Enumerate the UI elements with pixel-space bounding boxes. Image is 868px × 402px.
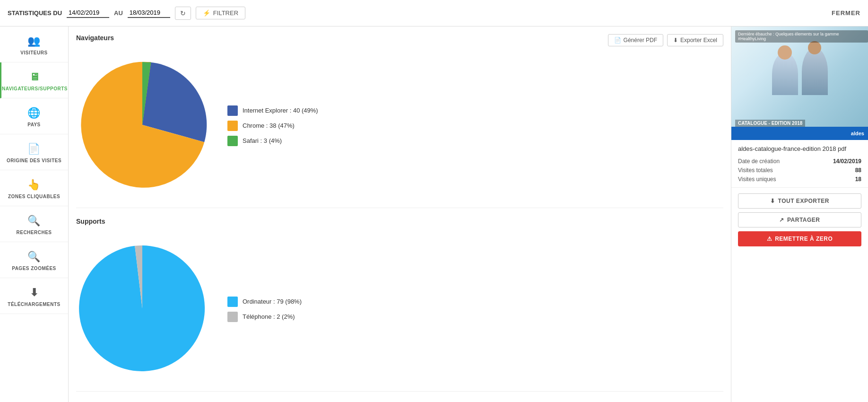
filter-button[interactable]: ⚡ FILTRER [196, 7, 245, 19]
telechargements-icon: ⬇ [30, 287, 39, 299]
sidebar-item-recherches[interactable]: 🔍 RECHERCHES [0, 206, 68, 242]
sidebar-item-pays[interactable]: 🌐 PAYS [0, 98, 68, 134]
browsers-legend: Internet Explorer : 40 (49%) Chrome : 38… [227, 105, 318, 146]
browsers-chart-header: Navigateurs 📄 Générer PDF ⬇ Exporter Exc… [76, 34, 723, 47]
supports-section: Supports Ordinateur : 79 (98%) [76, 218, 723, 392]
reset-label: REMETTRE À ZERO [775, 236, 833, 242]
creation-date-label: Date de création [738, 158, 780, 165]
catalog-title: aldes-catalogue-france-edition 2018 pdf [738, 145, 861, 153]
visites-totales-row: Visites totales 88 [738, 167, 861, 174]
sidebar-item-telechargements-label: TÉLÉCHARGEMENTS [8, 302, 60, 307]
filter-icon: ⚡ [203, 9, 210, 17]
sidebar-item-origine[interactable]: 📄 ORIGINE DES VISITES [0, 134, 68, 170]
browsers-pie [76, 59, 208, 192]
export-excel-button[interactable]: ⬇ Exporter Excel [667, 34, 723, 46]
sidebar-item-visiteurs-label: VISITEURS [20, 50, 47, 55]
pays-icon: 🌐 [27, 107, 41, 119]
date-from-input[interactable] [67, 8, 109, 18]
pdf-icon: 📄 [614, 37, 621, 44]
sidebar-item-navigateurs-label: NAVIGATEURS/SUPPORTS [2, 86, 68, 91]
visites-totales-label: Visites totales [738, 167, 773, 174]
supports-title: Supports [76, 218, 105, 225]
legend-item-ordinateur: Ordinateur : 79 (98%) [227, 297, 302, 307]
legend-item-safari: Safari : 3 (4%) [227, 136, 318, 146]
share-button[interactable]: ↗ PARTAGER [738, 212, 861, 227]
sidebar-item-pages-label: PAGES ZOOMÉES [12, 266, 56, 271]
sidebar-item-navigateurs[interactable]: 🖥 NAVIGATEURS/SUPPORTS [0, 62, 68, 98]
fermer-button[interactable]: FERMER [832, 9, 860, 17]
chrome-color [227, 121, 238, 131]
creation-date-value: 14/02/2019 [833, 158, 861, 165]
catalog-brand: aldes [851, 131, 864, 136]
supports-chart-header: Supports [76, 218, 723, 231]
browsers-title: Navigateurs [76, 34, 114, 42]
visites-uniques-value: 18 [855, 176, 861, 183]
legend-item-chrome: Chrome : 38 (47%) [227, 121, 318, 131]
visites-totales-value: 88 [855, 167, 861, 174]
header-au-label: AU [114, 9, 123, 17]
catalog-image: Dernière ébauche : Quelques élements sur… [731, 26, 868, 140]
catalog-info: aldes-catalogue-france-edition 2018 pdf … [731, 140, 868, 188]
panel-actions: ⬇ TOUT EXPORTER ↗ PARTAGER ⚠ REMETTRE À … [731, 188, 868, 252]
reset-icon: ⚠ [767, 236, 773, 242]
main-layout: 👥 VISITEURS 🖥 NAVIGATEURS/SUPPORTS 🌐 PAY… [0, 26, 868, 402]
safari-label: Safari : 3 (4%) [243, 137, 282, 144]
generate-pdf-button[interactable]: 📄 Générer PDF [608, 34, 663, 46]
chrome-label: Chrome : 38 (47%) [243, 122, 295, 129]
content-area: Navigateurs 📄 Générer PDF ⬇ Exporter Exc… [69, 26, 731, 402]
ie-color [227, 105, 238, 116]
browsers-chart-container: Internet Explorer : 40 (49%) Chrome : 38… [76, 51, 723, 200]
navigateurs-icon: 🖥 [29, 71, 40, 83]
excel-icon: ⬇ [673, 37, 678, 44]
browsers-actions: 📄 Générer PDF ⬇ Exporter Excel [608, 34, 723, 46]
ordinateur-label: Ordinateur : 79 (98%) [243, 298, 302, 305]
catalog-subtitle: CATALOGUE - EDITION 2018 [735, 120, 805, 127]
visites-uniques-row: Visites uniques 18 [738, 176, 861, 183]
share-icon: ↗ [779, 217, 784, 223]
ordinateur-color [227, 297, 238, 307]
reset-button[interactable]: ⚠ REMETTRE À ZERO [738, 231, 861, 246]
sidebar-item-pays-label: PAYS [27, 122, 41, 127]
ie-label: Internet Explorer : 40 (49%) [243, 107, 318, 114]
share-label: PARTAGER [787, 217, 820, 223]
sidebar-item-origine-label: ORIGINE DES VISITES [7, 158, 61, 163]
supports-chart-container: Ordinateur : 79 (98%) Téléphone : 2 (2%) [76, 235, 723, 384]
sidebar-item-pages[interactable]: 🔍 PAGES ZOOMÉES [0, 242, 68, 278]
creation-date-row: Date de création 14/02/2019 [738, 158, 861, 165]
header-title: STATISTIQUES DU [8, 9, 62, 17]
safari-color [227, 136, 238, 146]
filter-label: FILTRER [213, 9, 238, 17]
sidebar-item-telechargements[interactable]: ⬇ TÉLÉCHARGEMENTS [0, 278, 68, 314]
sidebar: 👥 VISITEURS 🖥 NAVIGATEURS/SUPPORTS 🌐 PAY… [0, 26, 69, 402]
export-all-icon: ⬇ [770, 198, 775, 204]
catalog-desc: Dernière ébauche : Quelques élements sur… [735, 30, 868, 43]
date-to-input[interactable] [128, 8, 170, 18]
right-panel: Dernière ébauche : Quelques élements sur… [731, 26, 868, 402]
catalog-meta: Date de création 14/02/2019 Visites tota… [738, 158, 861, 183]
sidebar-item-visiteurs[interactable]: 👥 VISITEURS [0, 26, 68, 62]
legend-item-telephone: Téléphone : 2 (2%) [227, 312, 302, 322]
header: STATISTIQUES DU AU ↻ ⚡ FILTRER FERMER [0, 0, 868, 26]
visites-uniques-label: Visites uniques [738, 176, 776, 183]
export-all-label: TOUT EXPORTER [778, 198, 829, 204]
recherches-icon: 🔍 [27, 215, 41, 227]
export-excel-label: Exporter Excel [680, 37, 717, 44]
telephone-label: Téléphone : 2 (2%) [243, 313, 295, 320]
zones-icon: 👆 [27, 179, 41, 191]
legend-item-ie: Internet Explorer : 40 (49%) [227, 105, 318, 116]
telephone-color [227, 312, 238, 322]
sidebar-item-recherches-label: RECHERCHES [16, 230, 52, 235]
sidebar-item-zones-label: ZONES CLIQUABLES [8, 194, 60, 199]
visiteurs-icon: 👥 [27, 35, 41, 47]
pages-icon: 🔍 [27, 251, 41, 263]
sidebar-item-zones[interactable]: 👆 ZONES CLIQUABLES [0, 170, 68, 206]
origine-icon: 📄 [27, 143, 41, 155]
supports-pie [76, 242, 208, 376]
refresh-button[interactable]: ↻ [175, 7, 191, 20]
export-all-button[interactable]: ⬇ TOUT EXPORTER [738, 193, 861, 209]
supports-legend: Ordinateur : 79 (98%) Téléphone : 2 (2%) [227, 297, 302, 322]
browsers-section: Navigateurs 📄 Générer PDF ⬇ Exporter Exc… [76, 34, 723, 208]
generate-pdf-label: Générer PDF [624, 37, 657, 44]
